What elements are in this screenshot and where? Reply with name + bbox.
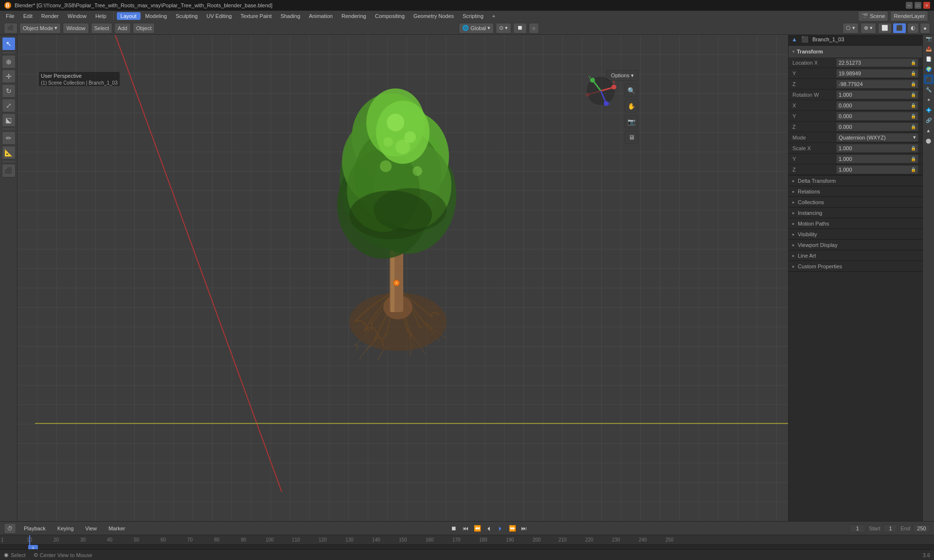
prop-physics-icon[interactable]: 💠 — [924, 105, 934, 115]
viewport[interactable]: User Perspective (1) Scene Collection | … — [18, 35, 788, 521]
timeline-play-button[interactable]: ⏵ — [496, 524, 505, 533]
timeline-prev-frame-button[interactable]: ⏪ — [472, 524, 482, 533]
timeline-stop-button[interactable]: ⏹ — [449, 524, 459, 533]
maximize-button[interactable]: □ — [915, 2, 921, 9]
workspace-rendering[interactable]: Rendering — [338, 12, 370, 20]
prop-data-icon[interactable]: ▲ — [924, 125, 934, 135]
workspace-uv-editing[interactable]: UV Editing — [202, 12, 235, 20]
prop-material-icon[interactable]: ⬤ — [924, 136, 934, 145]
rotation-w-field[interactable]: 1.000 🔒 — [836, 90, 918, 99]
select-tool-button[interactable]: ↖ — [2, 37, 16, 51]
shading-material[interactable]: ◐ — [907, 23, 919, 34]
scale-y-field[interactable]: 1.000 🔒 — [836, 155, 918, 163]
prop-output-icon[interactable]: 📤 — [924, 44, 934, 53]
gizmo-button[interactable]: ⊕ ▾ — [861, 23, 876, 34]
shading-solid[interactable]: ⬛ — [893, 23, 906, 34]
collections-section[interactable]: ▸ Collections — [789, 197, 922, 208]
snap-button[interactable]: 🔲 — [513, 23, 527, 34]
timeline-jump-start-button[interactable]: ⏮ — [461, 524, 470, 533]
menu-edit[interactable]: Edit — [19, 12, 36, 20]
shading-render[interactable]: ● — [920, 23, 930, 34]
timeline-keying-menu[interactable]: Keying — [54, 525, 78, 532]
rotation-mode-select[interactable]: Quaternion (WXYZ) ▾ — [836, 133, 918, 142]
zoom-icon[interactable]: 🔍 — [625, 84, 638, 97]
proportional-editing[interactable]: ○ — [529, 23, 539, 34]
window-controls[interactable]: ─ □ ✕ — [906, 2, 930, 9]
menu-render[interactable]: Render — [37, 12, 63, 20]
rotation-x-field[interactable]: 0.000 🔒 — [836, 101, 918, 110]
motion-paths-section[interactable]: ▸ Motion Paths — [789, 218, 922, 229]
viewport-shading-icon[interactable]: 🌐 Global ▾ — [459, 23, 494, 34]
scene-selector[interactable]: 🎬 Scene — [858, 11, 888, 21]
prop-object-icon[interactable]: ⬛ — [924, 74, 934, 84]
viewport-gizmo[interactable]: X Y Z — [584, 74, 623, 113]
timeline-jump-end-button[interactable]: ⏭ — [519, 524, 529, 533]
workspace-sculpting[interactable]: Sculpting — [172, 12, 201, 20]
display-icon[interactable]: 🖥 — [625, 130, 638, 144]
close-button[interactable]: ✕ — [923, 2, 930, 9]
start-frame-input[interactable] — [883, 524, 898, 533]
menu-window[interactable]: Window — [64, 12, 90, 20]
camera-icon[interactable]: 📷 — [625, 115, 638, 128]
workspace-scripting[interactable]: Scripting — [459, 12, 487, 20]
rotate-tool-button[interactable]: ↻ — [2, 84, 16, 98]
timeline-step-forward-button[interactable]: ⏩ — [507, 524, 517, 533]
prop-constraints-icon[interactable]: 🔗 — [924, 115, 934, 125]
workspace-geometry-nodes[interactable]: Geometry Nodes — [410, 12, 458, 20]
menu-file[interactable]: File — [2, 12, 18, 20]
hand-icon[interactable]: ✋ — [625, 99, 638, 113]
workspace-animation[interactable]: Animation — [305, 12, 337, 20]
add-menu-button[interactable]: Add — [114, 23, 131, 34]
current-frame-input[interactable] — [849, 524, 866, 533]
location-x-field[interactable]: 22.51273 🔒 — [836, 58, 918, 67]
timeline-step-back-button[interactable]: ⏴ — [484, 524, 494, 533]
prop-view-layer-icon[interactable]: 📑 — [924, 54, 934, 64]
scale-tool-button[interactable]: ⤢ — [2, 99, 16, 112]
minimize-button[interactable]: ─ — [906, 2, 913, 9]
location-y-field[interactable]: 19.98949 🔒 — [836, 69, 918, 78]
scale-x-field[interactable]: 1.000 🔒 — [836, 144, 918, 153]
prop-modifier-icon[interactable]: 🔧 — [924, 85, 934, 94]
workspace-compositing[interactable]: Compositing — [371, 12, 409, 20]
object-menu-button[interactable]: Object — [133, 23, 155, 34]
workspace-modeling[interactable]: Modeling — [142, 12, 171, 20]
timeline-editor-type[interactable]: ⏱ — [4, 523, 16, 534]
workspace-texture-paint[interactable]: Texture Paint — [236, 12, 275, 20]
end-frame-input[interactable] — [913, 524, 930, 533]
cursor-tool-button[interactable]: ⊕ — [2, 55, 16, 69]
add-cube-button[interactable]: ⬛ — [2, 164, 16, 177]
instancing-section[interactable]: ▸ Instancing — [789, 208, 922, 218]
tree-object[interactable] — [305, 59, 500, 375]
line-art-section[interactable]: ▸ Line Art — [789, 250, 922, 261]
delta-transform-section[interactable]: ▸ Delta Transform — [789, 175, 922, 186]
prop-render-icon[interactable]: 📷 — [924, 34, 934, 43]
visibility-section[interactable]: ▸ Visibility — [789, 229, 922, 240]
transform-pivot[interactable]: ⊙ ▾ — [496, 23, 511, 34]
workspace-layout[interactable]: Layout — [117, 12, 141, 20]
timeline-marker-menu[interactable]: Marker — [105, 525, 129, 532]
annotate-tool-button[interactable]: ✏ — [2, 131, 16, 145]
timeline-view-menu[interactable]: View — [81, 525, 101, 532]
timeline-playback-menu[interactable]: Playback — [20, 525, 50, 532]
menu-help[interactable]: Help — [91, 12, 110, 20]
rotation-y-field[interactable]: 0.000 🔒 — [836, 112, 918, 121]
transform-tool-button[interactable]: ⬕ — [2, 113, 16, 127]
location-z-field[interactable]: -98.77924 🔒 — [836, 80, 918, 88]
viewport-display-section[interactable]: ▸ Viewport Display — [789, 240, 922, 250]
prop-particles-icon[interactable]: ✦ — [924, 95, 934, 105]
transform-section-header[interactable]: ▾ Transform — [789, 46, 922, 57]
mode-select-button[interactable]: Object Mode ▾ — [19, 23, 61, 34]
measure-tool-button[interactable]: 📐 — [2, 146, 16, 159]
overlay-button[interactable]: ⬡ ▾ — [843, 23, 859, 34]
workspace-shading[interactable]: Shading — [277, 12, 304, 20]
editor-type-button[interactable]: ⬛ — [4, 23, 18, 34]
custom-properties-section[interactable]: ▸ Custom Properties — [789, 261, 922, 272]
prop-world-icon[interactable]: 🌍 — [924, 64, 934, 74]
scale-z-field[interactable]: 1.000 🔒 — [836, 165, 918, 174]
move-tool-button[interactable]: ✛ — [2, 70, 16, 83]
shading-wire[interactable]: ⬜ — [878, 23, 892, 34]
rotation-z-field[interactable]: 0.000 🔒 — [836, 122, 918, 131]
workspace-add[interactable]: + — [488, 12, 499, 20]
select-menu-button[interactable]: Select — [91, 23, 113, 34]
view-menu-button[interactable]: Window — [63, 23, 89, 34]
